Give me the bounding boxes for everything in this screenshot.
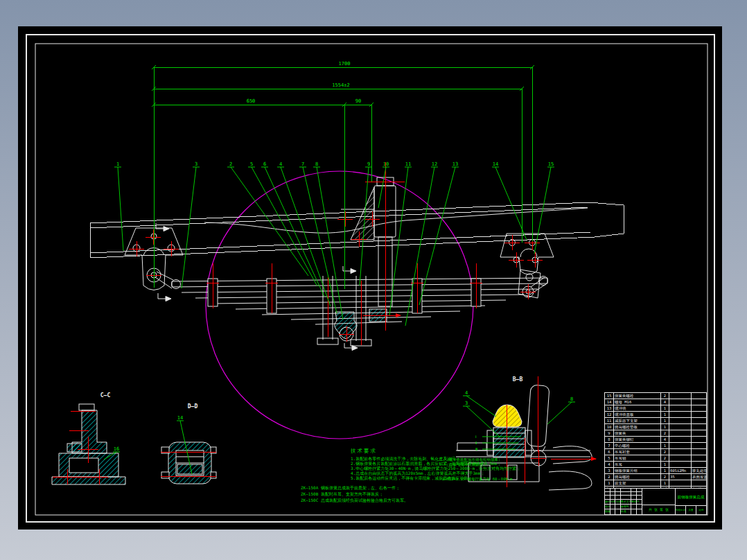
- bom-cell: 10: [605, 424, 614, 430]
- svg-text:1: 1: [116, 161, 119, 167]
- svg-text:15: 15: [548, 161, 554, 167]
- title-block-cell: [631, 509, 637, 514]
- model-note-line: ZK—150B 装配时吊耳、支架方向不得装反；: [301, 491, 408, 497]
- title-block-cell: [615, 509, 620, 514]
- bom-row: 1前支架1: [605, 480, 706, 486]
- bom-cell: 缓冲块盖板: [614, 412, 661, 417]
- bom-cell: 3: [605, 468, 614, 473]
- bom-cell: 1: [661, 418, 669, 423]
- svg-text:3: 3: [195, 161, 197, 167]
- svg-text:14: 14: [493, 161, 498, 167]
- bom-cell: [692, 437, 706, 442]
- bom-row: 3钢板弹簧片组160Si2Mn喷丸处理: [605, 468, 706, 474]
- title-block-cell: [621, 489, 631, 491]
- bom-cell: 前支架: [614, 480, 661, 486]
- title-block-empty-box: [642, 489, 675, 505]
- title-block-cell: [615, 489, 620, 491]
- title-block-cell: 批准: [621, 509, 631, 514]
- detail-note-2: 2—M12×1.25 螺母拧紧力矩 60～80N·m: [442, 477, 512, 482]
- bom-cell: 螺母 M16: [614, 399, 661, 405]
- title-block-cell: 处数: [610, 500, 615, 504]
- bom-cell: 2: [605, 474, 614, 480]
- bom-cell: 1: [661, 468, 669, 473]
- title-block-cell: [615, 505, 620, 509]
- title-block-cell: [615, 492, 620, 495]
- title-block-subheader: 比例: [696, 506, 706, 514]
- bom-cell: [669, 449, 692, 455]
- title-block-cell: [631, 496, 637, 498]
- title-block-cell: [610, 496, 615, 498]
- bom-cell: 弹簧夹螺栓: [614, 393, 661, 399]
- bom-row: 14螺母 M164: [605, 399, 706, 405]
- bom-cell: 骑马螺栓: [614, 474, 661, 480]
- title-block-subheaders: 阶段标记质量比例: [676, 505, 706, 514]
- bom-row: 10骑马螺栓垫板1: [605, 424, 706, 430]
- bom-cell: 吊耳衬套: [614, 449, 661, 455]
- bom-row: 2骑马螺栓235表面发蓝: [605, 474, 706, 480]
- dimension-label: 650: [247, 98, 256, 104]
- bom-cell: [669, 424, 692, 430]
- svg-text:8: 8: [315, 161, 318, 167]
- bom-cell: 1: [661, 412, 669, 417]
- tech-note-line: 3.中心螺栓拧紧力矩30～40N·m，骑马螺栓拧紧力矩250～300N·m，应分…: [351, 466, 600, 471]
- bom-cell: [669, 430, 692, 436]
- title-block-cell: 签名: [631, 500, 637, 504]
- bom-row: 9弹簧夹2: [605, 430, 706, 437]
- bom-cell: 15: [605, 393, 614, 399]
- detail-note-1: （缓冲块装配后不得有松动现象）（盖板与缓冲块应贴合）: [445, 457, 502, 466]
- title-block-cell: [610, 492, 615, 495]
- svg-text:2: 2: [229, 161, 232, 167]
- bom-cell: [669, 443, 692, 448]
- bom-cell: 弹簧夹铆钉: [614, 437, 661, 442]
- title-block-subheader: 质量: [686, 506, 696, 514]
- title-block-cell: 校核: [605, 509, 610, 514]
- title-block-cell: [621, 496, 631, 498]
- title-block-cell: [610, 509, 615, 514]
- title-block-cell: [610, 489, 615, 491]
- bom-rows: 15弹簧夹螺栓214螺母 M16413缓冲块112缓冲块盖板111减振器下支架1…: [605, 393, 706, 486]
- title-block-cell: [637, 489, 642, 491]
- bom-cell: [692, 424, 706, 430]
- bom-cell: 60Si2Mn: [669, 468, 692, 473]
- title-block-cell: [637, 509, 642, 514]
- title-block-cell: 设计: [605, 505, 610, 509]
- bom-cell: 4: [661, 437, 669, 442]
- title-block-cell: [631, 505, 637, 509]
- svg-text:6: 6: [263, 161, 266, 167]
- bom-cell: [669, 393, 692, 399]
- bom-row: 5吊耳销2: [605, 455, 706, 462]
- title-block-right: 前钢板弹簧总成 阶段标记质量比例: [676, 489, 706, 514]
- title-block-cell: [605, 489, 610, 491]
- bom-table: 15弹簧夹螺栓214螺母 M16413缓冲块112缓冲块盖板111减振器下支架1…: [604, 392, 707, 489]
- detail-section-dd: [161, 442, 216, 484]
- bom-cell: 1: [661, 443, 669, 448]
- detail-note-line: （缓冲块装配后不得有松动现象）: [445, 457, 502, 462]
- bom-cell: 1: [605, 480, 614, 486]
- bom-cell: 7: [605, 443, 614, 448]
- bom-cell: [692, 480, 706, 486]
- dimension-label: 1554±2: [332, 82, 349, 88]
- bom-cell: [692, 462, 706, 467]
- bom-row: 7中心螺栓1: [605, 443, 706, 449]
- bom-cell: 9: [605, 430, 614, 436]
- title-block-cell: [637, 505, 642, 509]
- svg-text:Ⅱ: Ⅱ: [475, 441, 477, 445]
- svg-text:10: 10: [383, 161, 389, 167]
- bom-cell: [669, 480, 692, 486]
- bom-cell: 2: [661, 393, 669, 399]
- bom-cell: 缓冲块: [614, 405, 661, 411]
- bom-row: 11减振器下支架1: [605, 418, 706, 424]
- title-block-cell: [631, 492, 637, 495]
- bom-cell: 喷丸处理: [692, 468, 706, 473]
- cad-drawing-screenshot: 17001554±265090 132564789101112131415 16…: [0, 0, 747, 560]
- dimension-label: 1700: [339, 61, 351, 67]
- bom-cell: 中心螺栓: [614, 443, 661, 448]
- dimension-label: 90: [355, 98, 361, 104]
- bom-cell: 6: [605, 449, 614, 455]
- bom-cell: 2: [661, 455, 669, 461]
- title-block-cell: 分区: [615, 500, 620, 504]
- bom-cell: 5: [605, 455, 614, 461]
- detail-note-line: （盖板与缓冲块应贴合）: [445, 462, 502, 467]
- bom-cell: 1: [661, 480, 669, 486]
- svg-text:5: 5: [250, 161, 253, 167]
